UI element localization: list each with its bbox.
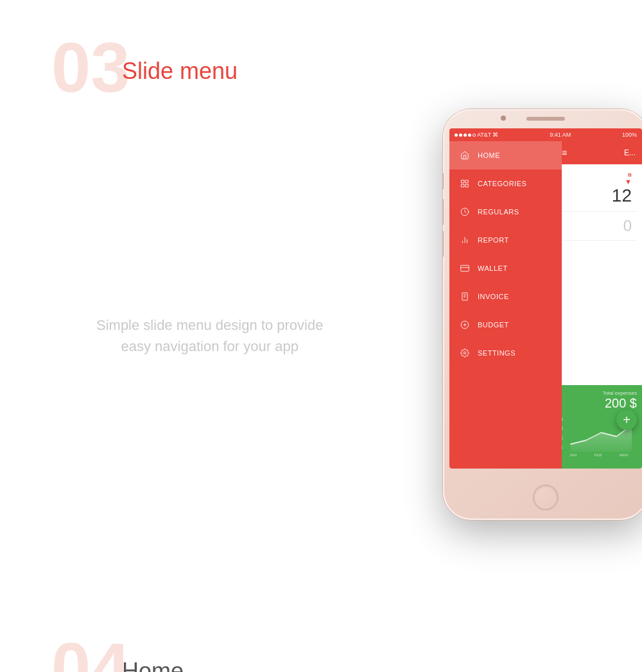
chart-label-jan: JAN	[569, 453, 577, 457]
app-content: ≡ E... B ▼ 12 0 +	[555, 141, 642, 469]
home-button[interactable]	[533, 485, 559, 510]
menu-label-regulars: REGULARS	[478, 208, 519, 216]
divider-1	[560, 211, 637, 212]
section-03-header: 03 Slide menu	[51, 32, 167, 59]
signal-dot-2	[459, 134, 462, 137]
svg-text:1: 1	[562, 444, 564, 449]
svg-text:3: 3	[562, 426, 564, 431]
chart-labels: JAN FEB MAR	[560, 453, 637, 457]
menu-item-wallet[interactable]: WALLET	[449, 254, 562, 282]
app-body: B ▼ 12 0	[555, 164, 642, 254]
menu-item-report[interactable]: REPORT	[449, 226, 562, 254]
section-04-title: Home	[122, 658, 184, 672]
amount-label: B	[628, 172, 632, 178]
categories-icon	[460, 178, 470, 189]
svg-rect-10	[462, 293, 467, 300]
svg-point-17	[464, 352, 466, 354]
settings-icon	[460, 348, 470, 358]
add-button[interactable]: +	[616, 409, 637, 430]
menu-label-invoice: INVOICE	[478, 293, 509, 300]
menu-item-budget[interactable]: BUDGET	[449, 311, 562, 339]
expenses-amount: 200 $	[560, 396, 637, 411]
menu-label-report: REPORT	[478, 236, 509, 244]
hamburger-icon[interactable]: ≡	[562, 148, 567, 158]
home-icon	[460, 150, 470, 160]
budget-icon	[460, 320, 470, 330]
menu-label-wallet: WALLET	[478, 264, 508, 272]
slide-menu[interactable]: HOME CATEGORIES REGULARS	[449, 141, 562, 469]
mute-button	[443, 173, 444, 189]
svg-rect-3	[465, 184, 468, 187]
svg-rect-2	[462, 184, 464, 187]
divider-2	[560, 240, 637, 241]
carrier-label: AT&T	[477, 132, 491, 138]
section-04-header: 04 Home	[51, 632, 113, 659]
section-03-number: 03	[51, 32, 130, 103]
phone-camera	[501, 116, 506, 121]
volume-up-button	[443, 199, 444, 225]
invoice-icon	[460, 291, 470, 302]
menu-label-home: HOME	[478, 151, 500, 159]
menu-label-settings: SETTINGS	[478, 349, 516, 357]
section-04-number: 04	[51, 632, 130, 672]
menu-label-categories: CATEGORIES	[478, 180, 526, 187]
amount-value: 12	[612, 185, 632, 206]
phone-mockup: AT&T ⌘ 9:41 AM 100% HOME	[443, 109, 642, 597]
chart-label-feb: FEB	[594, 453, 602, 457]
menu-item-home[interactable]: HOME	[449, 141, 562, 169]
chart-label-mar: MAR	[620, 453, 628, 457]
status-left: AT&T ⌘	[455, 132, 498, 138]
description-line1: Simple slide menu design to provide	[96, 314, 323, 336]
wallet-icon	[460, 263, 470, 273]
chart-icon	[460, 235, 470, 245]
menu-item-invoice[interactable]: INVOICE	[449, 282, 562, 311]
svg-text:2: 2	[562, 435, 564, 440]
app-title: E...	[624, 148, 636, 157]
app-header: ≡ E...	[555, 141, 642, 164]
signal-dot-5	[473, 134, 476, 137]
status-time: 9:41 AM	[550, 132, 571, 138]
signal-dots	[455, 134, 476, 137]
status-bar: AT&T ⌘ 9:41 AM 100%	[449, 128, 642, 141]
expenses-title: Total expenses	[560, 390, 637, 396]
svg-rect-1	[465, 180, 468, 183]
signal-dot-1	[455, 134, 458, 137]
svg-rect-0	[462, 180, 464, 183]
phone-speaker	[526, 117, 565, 121]
down-arrow-icon: ▼	[625, 178, 632, 185]
section-03-title: Slide menu	[122, 58, 238, 84]
zero-section: 0	[560, 214, 637, 237]
volume-down-button	[443, 231, 444, 257]
menu-item-categories[interactable]: CATEGORIES	[449, 169, 562, 198]
amount-section: B ▼ 12	[560, 169, 637, 209]
menu-item-settings[interactable]: SETTINGS	[449, 339, 562, 367]
menu-item-regulars[interactable]: REGULARS	[449, 198, 562, 226]
description-text: Simple slide menu design to provide easy…	[96, 314, 323, 357]
svg-text:4: 4	[562, 417, 564, 422]
signal-dot-4	[468, 134, 471, 137]
phone-screen: AT&T ⌘ 9:41 AM 100% HOME	[449, 128, 642, 469]
description-line2: easy navigation for your app	[96, 336, 323, 357]
zero-value: 0	[623, 217, 632, 235]
status-battery: 100%	[622, 132, 637, 138]
menu-label-budget: BUDGET	[478, 321, 509, 329]
svg-rect-8	[461, 265, 469, 271]
phone-frame: AT&T ⌘ 9:41 AM 100% HOME	[443, 109, 642, 520]
clock-icon	[460, 207, 470, 217]
signal-dot-3	[464, 134, 467, 137]
